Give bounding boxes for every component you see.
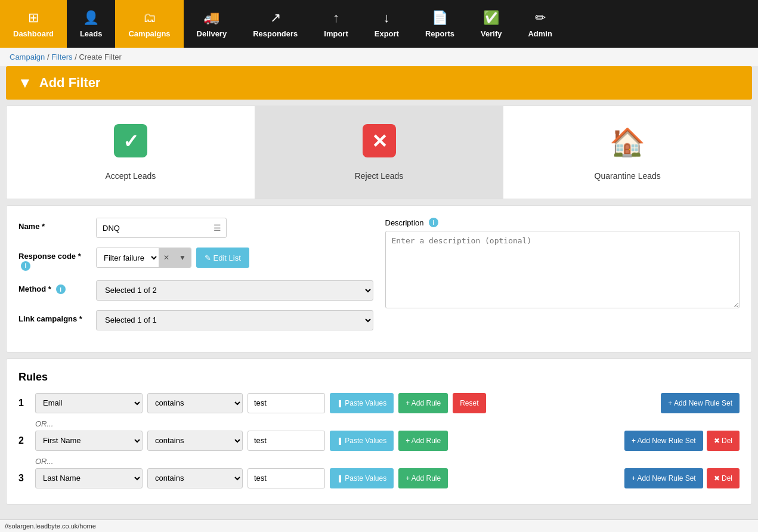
leads-icon: 👤 — [83, 10, 99, 26]
link-campaigns-select[interactable]: Selected 1 of 1 — [96, 310, 373, 330]
filter-card-quarantine[interactable]: 🏠 Quarantine Leads — [503, 106, 751, 199]
page-header: ▼ Add Filter — [6, 66, 752, 100]
edit-list-button[interactable]: ✎ Edit List — [196, 248, 249, 268]
svg-text:✕: ✕ — [371, 131, 387, 152]
response-code-dropdown-btn[interactable]: ▼ — [174, 248, 191, 267]
nav-delivery[interactable]: 🚚 Delivery — [184, 0, 240, 48]
dashboard-icon: ⊞ — [28, 10, 39, 26]
rules-section: Rules 1 Email First Name Last Name conta… — [6, 358, 752, 505]
rule-number-2: 2 — [18, 435, 30, 446]
description-label: Description — [385, 218, 424, 227]
svg-text:✓: ✓ — [122, 131, 138, 152]
admin-icon: ✏ — [535, 10, 546, 26]
breadcrumb-filters[interactable]: Filters — [51, 52, 72, 61]
nav-verify[interactable]: ✅ Verify — [468, 0, 515, 48]
rule-row-1: 1 Email First Name Last Name contains eq… — [18, 393, 740, 413]
nav-dashboard-label: Dashboard — [13, 29, 54, 38]
verify-icon: ✅ — [483, 10, 499, 26]
nav-export[interactable]: ↓ Export — [361, 0, 412, 48]
rule-1-field[interactable]: Email First Name Last Name — [35, 393, 143, 413]
or-label-1: OR... — [18, 417, 740, 431]
nav-verify-label: Verify — [481, 29, 502, 38]
link-campaigns-label: Link campaigns * — [18, 310, 90, 323]
link-campaigns-row: Link campaigns * Selected 1 of 1 — [18, 310, 373, 330]
responders-icon: ↗ — [270, 10, 281, 26]
name-row: Name * ☰ — [18, 218, 373, 238]
rule-row-2: 2 First Name Email Last Name contains eq… — [18, 431, 740, 451]
rule-2-paste-btn[interactable]: ❚ Paste Values — [330, 431, 394, 451]
rule-3-add-ruleset-btn[interactable]: + Add New Rule Set — [624, 468, 703, 488]
rule-1-add-rule-btn[interactable]: + Add Rule — [398, 393, 448, 413]
rule-3-condition[interactable]: contains equals — [147, 468, 243, 488]
accept-label: Accept Leads — [105, 171, 156, 181]
quarantine-label: Quarantine Leads — [595, 171, 661, 181]
campaigns-icon: 🗂 — [143, 10, 156, 26]
name-input[interactable] — [97, 218, 209, 237]
svg-text:🏠: 🏠 — [611, 126, 644, 157]
rule-1-reset-btn[interactable]: Reset — [453, 393, 485, 413]
rule-2-value[interactable] — [247, 431, 325, 451]
response-code-select-wrap: Filter failure ✕ ▼ — [96, 248, 191, 268]
rule-number-3: 3 — [18, 473, 30, 484]
nav-responders-label: Responders — [253, 29, 298, 38]
nav-campaigns[interactable]: 🗂 Campaigns — [115, 0, 183, 48]
rule-3-value[interactable] — [247, 468, 325, 488]
method-row: Method * i Selected 1 of 2 — [18, 280, 373, 301]
filter-icon: ▼ — [18, 75, 32, 91]
rule-3-del-btn[interactable]: ✖ Del — [707, 468, 740, 488]
filter-card-reject[interactable]: ✕ Reject Leads — [255, 106, 504, 199]
method-select[interactable]: Selected 1 of 2 — [96, 280, 373, 301]
delivery-icon: 🚚 — [203, 10, 219, 26]
accept-icon: ✓ — [114, 124, 147, 164]
description-textarea[interactable] — [385, 231, 740, 308]
nav-leads[interactable]: 👤 Leads — [67, 0, 116, 48]
import-icon: ↑ — [333, 10, 339, 26]
rule-2-del-btn[interactable]: ✖ Del — [707, 431, 740, 451]
rule-3-add-rule-btn[interactable]: + Add Rule — [398, 468, 448, 488]
reject-icon: ✕ — [363, 124, 396, 164]
response-code-label: Response code * i — [18, 248, 90, 271]
filter-card-accept[interactable]: ✓ Accept Leads — [7, 106, 255, 199]
breadcrumb-campaign[interactable]: Campaign — [10, 52, 45, 61]
name-input-wrap: ☰ — [96, 218, 227, 238]
nav-import-label: Import — [324, 29, 348, 38]
response-code-row: Response code * i Filter failure ✕ ▼ ✎ E… — [18, 248, 373, 271]
response-code-info-icon[interactable]: i — [21, 261, 30, 271]
breadcrumb: Campaign / Filters / Create Filter — [0, 48, 758, 66]
nav-reports-label: Reports — [425, 29, 454, 38]
method-label: Method * i — [18, 280, 90, 295]
response-code-clear-btn[interactable]: ✕ — [159, 248, 174, 267]
rule-2-condition[interactable]: contains equals — [147, 431, 243, 451]
nav-leads-label: Leads — [80, 29, 103, 38]
nav-campaigns-label: Campaigns — [128, 29, 170, 38]
rule-1-condition[interactable]: contains equals starts with — [147, 393, 243, 413]
name-input-icon: ☰ — [209, 223, 226, 233]
breadcrumb-current: Create Filter — [79, 52, 122, 61]
rule-3-field[interactable]: Last Name Email First Name — [35, 468, 143, 488]
description-info-icon[interactable]: i — [429, 218, 438, 227]
rule-3-paste-btn[interactable]: ❚ Paste Values — [330, 468, 394, 488]
quarantine-icon: 🏠 — [611, 124, 644, 164]
nav-dashboard[interactable]: ⊞ Dashboard — [0, 0, 67, 48]
rule-2-field[interactable]: First Name Email Last Name — [35, 431, 143, 451]
filter-type-cards: ✓ Accept Leads ✕ Reject Leads 🏠 Quaranti… — [6, 106, 752, 199]
nav-admin[interactable]: ✏ Admin — [515, 0, 565, 48]
form-section: Name * ☰ Response code * i Filter failur… — [6, 205, 752, 352]
rule-1-value[interactable] — [247, 393, 325, 413]
nav-reports[interactable]: 📄 Reports — [412, 0, 468, 48]
rule-number-1: 1 — [18, 398, 30, 409]
page-title: Add Filter — [39, 75, 101, 91]
response-code-select[interactable]: Filter failure — [97, 248, 159, 267]
or-label-2: OR... — [18, 454, 740, 468]
nav-responders[interactable]: ↗ Responders — [240, 0, 311, 48]
rule-1-add-ruleset-btn[interactable]: + Add New Rule Set — [661, 393, 740, 413]
nav-import[interactable]: ↑ Import — [311, 0, 361, 48]
navbar: ⊞ Dashboard 👤 Leads 🗂 Campaigns 🚚 Delive… — [0, 0, 758, 48]
description-section: Description i — [385, 218, 740, 340]
rule-1-paste-btn[interactable]: ❚ Paste Values — [330, 393, 394, 413]
rule-2-add-rule-btn[interactable]: + Add Rule — [398, 431, 448, 451]
rule-2-add-ruleset-btn[interactable]: + Add New Rule Set — [624, 431, 703, 451]
export-icon: ↓ — [383, 10, 390, 26]
method-info-icon[interactable]: i — [56, 284, 66, 294]
reject-label: Reject Leads — [355, 171, 404, 181]
